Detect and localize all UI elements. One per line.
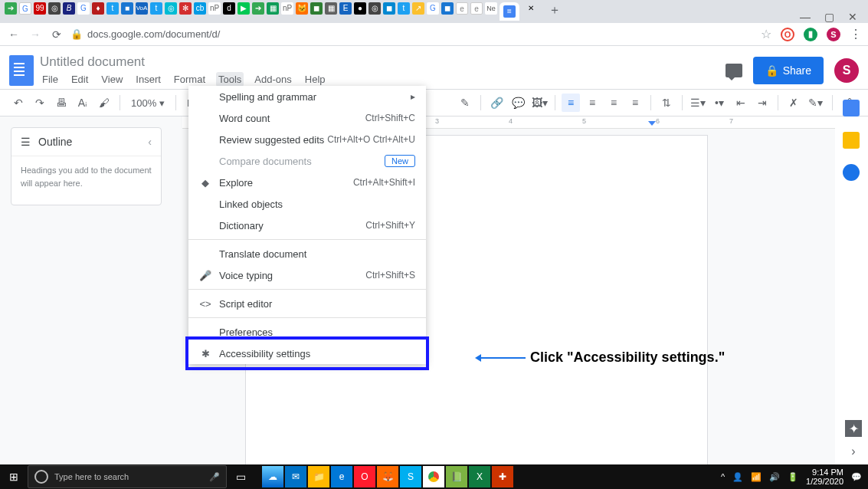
menu-edit[interactable]: Edit xyxy=(69,72,90,87)
favicon[interactable]: B xyxy=(63,2,75,15)
favicon[interactable]: ◎ xyxy=(368,2,381,15)
profile-avatar[interactable]: S xyxy=(827,28,840,41)
line-spacing-button[interactable]: ⇅ xyxy=(657,94,676,112)
document-title[interactable]: Untitled document xyxy=(40,54,328,70)
print-button[interactable]: 🖶 xyxy=(52,94,70,112)
editing-mode-button[interactable]: ✎▾ xyxy=(806,94,824,112)
favicon[interactable]: ◼ xyxy=(310,2,323,15)
favicon[interactable]: t xyxy=(150,2,162,15)
favicon[interactable]: ➔ xyxy=(5,2,17,15)
keep-icon[interactable] xyxy=(843,132,860,149)
image-button[interactable]: 🖼▾ xyxy=(530,94,549,112)
menu-review-suggested[interactable]: Review suggested editsCtrl+Alt+O Ctrl+Al… xyxy=(188,129,426,150)
share-button[interactable]: 🔒 Share xyxy=(753,57,824,84)
url-field[interactable]: 🔒 docs.google.com/document/d/ xyxy=(70,28,755,40)
favicon[interactable]: ➔ xyxy=(252,2,264,15)
tab-marker-icon[interactable] xyxy=(648,121,656,126)
close-tab-icon[interactable]: ✕ xyxy=(525,2,537,15)
favicon[interactable]: nP xyxy=(281,2,293,15)
taskbar-app[interactable]: ✚ xyxy=(492,466,513,487)
docs-logo-icon[interactable] xyxy=(9,55,34,86)
favicon[interactable]: ↗ xyxy=(412,2,424,15)
checklist-button[interactable]: ☰▾ xyxy=(689,94,707,112)
redo-button[interactable]: ↷ xyxy=(31,94,49,112)
increase-indent-button[interactable]: ⇥ xyxy=(753,94,771,112)
taskbar-app[interactable]: S xyxy=(400,466,421,487)
favicon[interactable]: G xyxy=(77,2,90,15)
wifi-icon[interactable]: 📶 xyxy=(751,472,762,482)
tasks-icon[interactable] xyxy=(843,164,860,181)
favicon[interactable]: 99 xyxy=(34,2,46,15)
favicon[interactable]: d xyxy=(223,2,235,15)
forward-button[interactable]: → xyxy=(28,27,43,42)
menu-explore[interactable]: ◆ ExploreCtrl+Alt+Shift+I xyxy=(188,172,426,193)
favicon[interactable]: E xyxy=(339,2,352,15)
tab-inactive[interactable]: Ne xyxy=(485,2,497,15)
decrease-indent-button[interactable]: ⇤ xyxy=(732,94,750,112)
taskbar-app[interactable]: e xyxy=(331,466,352,487)
favicon[interactable]: ▦ xyxy=(325,2,337,15)
comments-icon[interactable] xyxy=(726,64,742,77)
people-icon[interactable]: 👤 xyxy=(732,472,743,482)
extension-icon[interactable]: ▮ xyxy=(804,28,817,41)
favicon[interactable]: ▶ xyxy=(237,2,250,15)
menu-accessibility-settings[interactable]: ✱ Accessibility settings xyxy=(188,343,426,364)
menu-format[interactable]: Format xyxy=(172,72,208,87)
clock[interactable]: 9:14 PM 1/29/2020 xyxy=(806,468,843,486)
new-tab-button[interactable]: ＋ xyxy=(547,2,562,21)
menu-addons[interactable]: Add-ons xyxy=(252,72,293,87)
volume-icon[interactable]: 🔊 xyxy=(769,472,780,482)
favicon[interactable]: e xyxy=(470,2,483,15)
undo-button[interactable]: ↶ xyxy=(9,94,28,112)
favicon[interactable]: ■ xyxy=(121,2,133,15)
favicon[interactable]: t xyxy=(398,2,410,15)
maximize-button[interactable]: ▢ xyxy=(824,11,834,23)
mic-icon[interactable]: 🎤 xyxy=(209,472,220,482)
reload-button[interactable]: ⟳ xyxy=(49,27,64,42)
align-left-button[interactable]: ≡ xyxy=(562,94,580,112)
tray-chevron-icon[interactable]: ^ xyxy=(721,472,725,481)
menu-view[interactable]: View xyxy=(99,72,125,87)
favicon[interactable]: cb xyxy=(194,2,206,15)
hide-sidepanel-button[interactable]: › xyxy=(851,445,855,458)
start-button[interactable]: ⊞ xyxy=(0,464,28,489)
favicon[interactable]: t xyxy=(106,2,119,15)
favicon[interactable]: ◼ xyxy=(383,2,395,15)
taskbar-app[interactable]: X xyxy=(469,466,490,487)
notifications-icon[interactable]: 💬 xyxy=(851,472,862,482)
favicon[interactable]: ✻ xyxy=(179,2,192,15)
favicon[interactable]: G xyxy=(19,2,31,15)
taskbar-app[interactable]: 📁 xyxy=(308,466,329,487)
menu-spelling-grammar[interactable]: Spelling and grammar▸ xyxy=(188,86,426,107)
collapse-outline-button[interactable]: ‹ xyxy=(148,136,152,148)
active-tab[interactable]: ≡ xyxy=(500,2,519,21)
favicon[interactable]: ▦ xyxy=(267,2,279,15)
menu-tools[interactable]: Tools xyxy=(216,72,244,87)
align-center-button[interactable]: ≡ xyxy=(583,94,601,112)
align-justify-button[interactable]: ≡ xyxy=(626,94,644,112)
favicon[interactable]: ◎ xyxy=(165,2,177,15)
taskbar-app-chrome-active[interactable] xyxy=(423,466,444,487)
extension-icon[interactable]: O xyxy=(781,28,794,41)
taskbar-app[interactable]: ✉ xyxy=(285,466,306,487)
favicon[interactable]: ◎ xyxy=(48,2,61,15)
task-view-button[interactable]: ▭ xyxy=(227,464,254,489)
taskbar-app[interactable]: O xyxy=(354,466,375,487)
taskbar-app[interactable]: ☁ xyxy=(262,466,283,487)
paint-format-button[interactable]: 🖌 xyxy=(95,94,113,112)
menu-compare-documents[interactable]: Compare documentsNew xyxy=(188,150,426,172)
menu-script-editor[interactable]: <> Script editor xyxy=(188,293,426,314)
comment-button[interactable]: 💬 xyxy=(509,94,527,112)
align-right-button[interactable]: ≡ xyxy=(604,94,623,112)
battery-icon[interactable]: 🔋 xyxy=(788,472,798,482)
minimize-button[interactable]: — xyxy=(800,11,811,23)
menu-insert[interactable]: Insert xyxy=(133,72,163,87)
menu-file[interactable]: File xyxy=(40,72,61,87)
favicon[interactable]: G xyxy=(427,2,439,15)
menu-word-count[interactable]: Word countCtrl+Shift+C xyxy=(188,107,426,129)
close-button[interactable]: ✕ xyxy=(848,11,857,23)
bookmark-icon[interactable]: ☆ xyxy=(761,27,771,41)
chrome-menu-icon[interactable]: ⋮ xyxy=(850,27,862,41)
bulleted-list-button[interactable]: •▾ xyxy=(710,94,729,112)
favicon[interactable]: ◼ xyxy=(441,2,454,15)
